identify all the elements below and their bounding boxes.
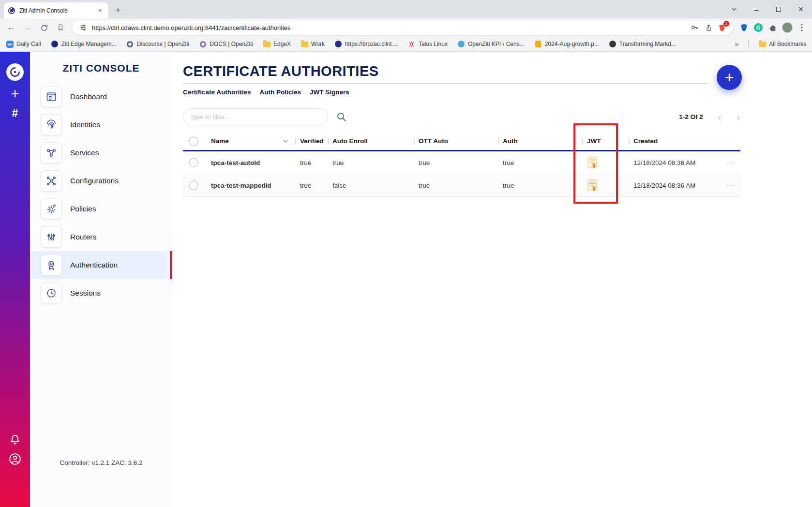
column-header-auth[interactable]: Auth [498, 137, 582, 145]
grammarly-extension-icon[interactable]: G [752, 21, 765, 34]
bookmark-folder-edgex[interactable]: EdgeX [263, 40, 291, 48]
sidebar-item-sessions[interactable]: Sessions [30, 279, 172, 307]
address-bar[interactable]: https://ctrl.cdaws.clint.demo.openziti.o… [73, 21, 733, 35]
forward-button[interactable]: → [20, 20, 35, 35]
url-text[interactable]: https://ctrl.cdaws.clint.demo.openziti.o… [92, 24, 686, 31]
sidebar-item-policies[interactable]: Policies [30, 195, 172, 223]
column-header-ott-auto[interactable]: OTT Auto [414, 137, 498, 145]
talos-wave-icon [408, 40, 416, 48]
version-footer: Controller: v1.2.1 ZAC: 3.6.2 [30, 459, 172, 507]
tab-certificate-authorities[interactable]: Certificate Authorities [183, 89, 251, 96]
window-minimize-button[interactable]: – [745, 0, 767, 18]
sidebar-menu: Dashboard Identities Services Configurat… [30, 83, 172, 307]
tab-jwt-signers[interactable]: JWT Signers [310, 89, 349, 96]
sidebar-item-configurations[interactable]: Configurations [30, 167, 172, 195]
ca-name[interactable]: tpca-test-autoId [204, 159, 295, 166]
add-certificate-authority-button[interactable]: + [717, 65, 742, 90]
sidebar-item-identities[interactable]: Identities [30, 111, 172, 139]
page-previous-icon[interactable]: ‹ [718, 111, 722, 123]
pagination: 1-2 Of 2 ‹ › [679, 111, 740, 123]
ziti-logo-icon[interactable] [6, 63, 24, 81]
brave-shield-icon[interactable]: 1 [717, 23, 727, 32]
main-content: CERTIFICATE AUTHORITIES Certificate Auth… [172, 52, 812, 507]
table-header-row: Name Verified Auto Enroll OTT Auto Auth … [183, 132, 740, 151]
ca-auto-enroll: true [328, 159, 414, 166]
share-icon[interactable] [704, 23, 713, 32]
browser-tab[interactable]: Ziti Admin Console × [4, 2, 108, 18]
sidebar-item-label: Identities [70, 120, 100, 129]
account-person-icon[interactable] [9, 453, 21, 465]
sort-chevron-icon[interactable] [283, 138, 288, 144]
profile-avatar[interactable] [781, 21, 794, 34]
window-maximize-button[interactable] [767, 0, 790, 18]
site-settings-icon[interactable] [78, 23, 88, 32]
bookmark-openziti-kpi[interactable]: OpenZiti KPI › Cens... [457, 40, 525, 48]
tab-search-chevron-icon[interactable] [726, 1, 742, 17]
all-bookmarks-button[interactable]: All Bookmarks [758, 40, 806, 48]
notifications-bell-icon[interactable] [9, 433, 21, 445]
dark-circle-icon [609, 40, 617, 48]
bookmark-brozac[interactable]: https://brozac.clint.... [334, 40, 398, 48]
bookmark-talos-linux[interactable]: Talos Linux [408, 40, 448, 48]
bookmarks-overflow-chevrons[interactable]: » [735, 40, 739, 48]
sidebar-item-services[interactable]: Services [30, 139, 172, 167]
bookmark-folder-work[interactable]: Work [301, 40, 325, 48]
ca-name[interactable]: tpca-test-mappedId [204, 182, 295, 189]
ca-ott-auto: true [414, 182, 498, 189]
new-tab-button[interactable]: + [111, 3, 125, 17]
jwt-certificate-icon[interactable] [582, 179, 629, 192]
ca-auth: true [498, 182, 582, 189]
left-rail: + # [0, 52, 30, 507]
table-row[interactable]: tpca-test-autoId true true true true 12/… [183, 151, 740, 174]
search-icon[interactable] [336, 111, 347, 123]
sidebar-item-label: Sessions [70, 289, 101, 298]
zoom-icon: zm [6, 40, 14, 48]
mesh-nodes-icon [41, 170, 62, 192]
column-header-name[interactable]: Name [204, 137, 295, 145]
network-nodes-icon [41, 142, 62, 164]
column-header-verified[interactable]: Verified [295, 137, 328, 145]
blue-shield-extension-icon[interactable] [737, 21, 750, 34]
doc-icon [534, 40, 542, 48]
column-header-auto-enroll[interactable]: Auto Enroll [328, 137, 414, 145]
extensions-puzzle-icon[interactable] [767, 21, 779, 34]
password-key-icon[interactable] [690, 23, 700, 32]
ziti-circle-icon [334, 40, 342, 48]
bookmark-daily-call[interactable]: zm Daily Call [6, 40, 41, 48]
discourse-icon [126, 40, 134, 48]
back-button[interactable]: ← [4, 20, 18, 35]
browser-toolbar: ← → https://ctrl.cdaws.clint.demo.openzi… [0, 18, 812, 37]
ziti-circle-icon [51, 40, 59, 48]
bookmark-docs-openziti[interactable]: DOCS | OpenZiti [199, 40, 253, 48]
sidebar-item-label: Dashboard [70, 92, 107, 101]
ziti-console-app: + # ZITI CONSOLE Dashboard [0, 52, 812, 507]
reload-button[interactable] [37, 20, 51, 35]
jwt-certificate-icon[interactable] [582, 156, 629, 169]
bookmark-discourse[interactable]: Discourse | OpenZiti [126, 40, 190, 48]
filter-input[interactable] [183, 108, 328, 125]
bookmark-ziti-edge[interactable]: Ziti Edge Managem... [51, 40, 117, 48]
sidebar-item-authentication[interactable]: Authentication [30, 251, 172, 279]
table-row[interactable]: tpca-test-mappedId true false true true … [183, 174, 740, 197]
browser-menu-icon[interactable] [796, 21, 808, 34]
sidebar-item-routers[interactable]: Routers [30, 223, 172, 251]
bookmark-flag-icon[interactable] [53, 20, 68, 35]
bookmarks-bar: zm Daily Call Ziti Edge Managem... Disco… [0, 37, 812, 52]
tab-auth-policies[interactable]: Auth Policies [260, 89, 301, 96]
bookmark-2024-aug-growth[interactable]: 2024-Aug-growth.p... [534, 40, 599, 48]
tab-close-icon[interactable]: × [96, 6, 105, 15]
row-actions-menu-icon[interactable]: ⋯ [721, 158, 740, 168]
bookmark-transforming-markd[interactable]: Transforming Markd... [609, 40, 676, 48]
select-all-checkbox[interactable] [189, 136, 198, 146]
row-actions-menu-icon[interactable]: ⋯ [721, 180, 740, 191]
row-checkbox[interactable] [189, 158, 198, 167]
rail-add-button[interactable]: + [11, 86, 19, 102]
column-header-jwt[interactable]: JWT [582, 137, 629, 145]
sidebar-item-dashboard[interactable]: Dashboard [30, 83, 172, 111]
page-next-icon[interactable]: › [736, 111, 740, 123]
sidebar-item-label: Configurations [70, 177, 119, 185]
column-header-created[interactable]: Created [629, 137, 721, 145]
rail-hash-button[interactable]: # [12, 107, 18, 120]
row-checkbox[interactable] [189, 180, 198, 190]
window-close-button[interactable]: × [790, 0, 812, 18]
